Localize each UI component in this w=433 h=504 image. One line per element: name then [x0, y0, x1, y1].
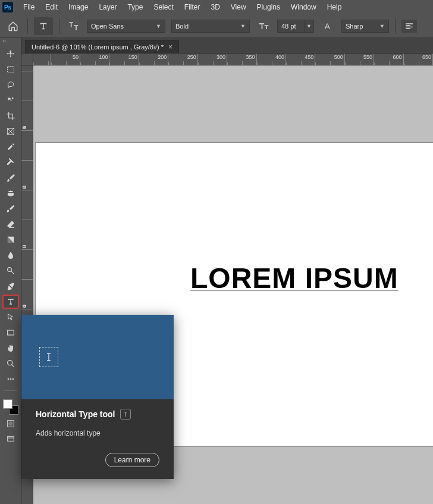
spot-healing-tool[interactable] — [3, 156, 18, 169]
menu-edit[interactable]: Edit — [40, 1, 63, 13]
pen-tool[interactable] — [3, 280, 18, 293]
type-tool[interactable] — [3, 295, 18, 308]
zoom-tool[interactable] — [3, 357, 18, 370]
menu-file[interactable]: File — [18, 1, 40, 13]
collapse-toolbar-icon[interactable]: ›› — [2, 38, 6, 44]
font-family-select[interactable]: Open Sans ▼ — [87, 20, 165, 33]
menu-plugins[interactable]: Plugins — [252, 1, 285, 13]
divider — [59, 18, 59, 34]
chevron-down-icon: ▼ — [240, 23, 246, 29]
tool-tooltip: Horizontal Type tool T Adds horizontal t… — [21, 315, 174, 479]
screen-mode-toggle[interactable] — [3, 433, 18, 446]
font-size-icon — [256, 18, 271, 34]
menu-view[interactable]: View — [225, 1, 252, 13]
svg-rect-3 — [7, 330, 14, 335]
font-style-select[interactable]: Bold ▼ — [171, 20, 250, 33]
tooltip-description: Adds horizontal type — [36, 429, 159, 437]
chevron-down-icon[interactable]: ▼ — [305, 20, 314, 33]
svg-point-2 — [7, 268, 11, 272]
quick-selection-tool[interactable] — [3, 94, 18, 107]
svg-point-4 — [7, 361, 12, 365]
menu-window[interactable]: Window — [285, 1, 322, 13]
text-align-left-button[interactable] — [401, 20, 417, 33]
menu-3d[interactable]: 3D — [205, 1, 225, 13]
learn-more-button[interactable]: Learn more — [105, 453, 159, 467]
crop-tool[interactable] — [3, 109, 18, 123]
svg-rect-10 — [7, 436, 14, 441]
chevron-down-icon: ▼ — [156, 23, 161, 29]
move-tool[interactable] — [3, 48, 18, 61]
close-tab-icon[interactable]: × — [168, 43, 172, 51]
tools-panel — [0, 38, 21, 504]
menu-bar: Ps File Edit Image Layer Type Select Fil… — [0, 0, 433, 14]
document-tab[interactable]: Untitled-6 @ 101% (Lorem ipsum , Gray/8#… — [25, 40, 179, 53]
menu-help[interactable]: Help — [322, 1, 347, 13]
font-family-value: Open Sans — [91, 23, 124, 30]
font-size-select[interactable]: 48 pt ▼ — [277, 20, 314, 33]
antialias-value: Sharp — [346, 23, 363, 30]
clone-stamp-tool[interactable] — [3, 187, 18, 200]
home-button[interactable] — [5, 18, 21, 35]
rectangle-tool[interactable] — [3, 326, 18, 339]
antialias-select[interactable]: Sharp ▼ — [341, 20, 389, 33]
divider — [395, 18, 396, 34]
tooltip-shortcut-key: T — [120, 409, 131, 420]
options-bar: Open Sans ▼ Bold ▼ 48 pt ▼ Sharp ▼ — [0, 14, 433, 38]
foreground-color-swatch[interactable] — [3, 399, 12, 409]
brush-tool[interactable] — [3, 171, 18, 184]
document-tab-title: Untitled-6 @ 101% (Lorem ipsum , Gray/8#… — [32, 43, 164, 51]
svg-point-5 — [7, 378, 9, 380]
font-style-value: Bold — [175, 23, 189, 30]
antialias-icon — [320, 18, 335, 34]
menu-image[interactable]: Image — [63, 1, 93, 13]
eyedropper-tool[interactable] — [3, 140, 18, 154]
app-logo[interactable]: Ps — [2, 2, 13, 12]
hand-tool[interactable] — [3, 342, 18, 355]
blur-tool[interactable] — [3, 249, 18, 262]
menu-select[interactable]: Select — [148, 1, 178, 13]
svg-point-9 — [8, 422, 12, 426]
color-swatches[interactable] — [3, 399, 18, 415]
edit-toolbar[interactable] — [3, 372, 18, 386]
eraser-tool[interactable] — [3, 218, 18, 231]
history-brush-tool[interactable] — [3, 202, 18, 215]
text-layer[interactable]: LOREM IPSUM — [190, 262, 399, 295]
type-cursor-icon — [39, 347, 58, 367]
svg-point-7 — [12, 378, 14, 380]
document-tab-bar: Untitled-6 @ 101% (Lorem ipsum , Gray/8#… — [21, 38, 433, 54]
text-orientation-toggle[interactable] — [65, 18, 81, 34]
horizontal-ruler[interactable]: 50100150200250300350400450500550600650 — [33, 54, 433, 65]
menu-type[interactable]: Type — [122, 1, 148, 13]
lasso-tool[interactable] — [3, 79, 18, 92]
dodge-tool[interactable] — [3, 264, 18, 277]
font-size-value[interactable]: 48 pt — [277, 20, 305, 33]
tooltip-title: Horizontal Type tool — [36, 409, 115, 419]
menu-layer[interactable]: Layer — [93, 1, 122, 13]
gradient-tool[interactable] — [3, 233, 18, 246]
ruler-origin[interactable] — [21, 54, 33, 65]
tooltip-preview — [21, 315, 174, 399]
marquee-tool[interactable] — [3, 63, 18, 76]
menu-filter[interactable]: Filter — [179, 1, 206, 13]
divider — [27, 18, 28, 34]
chevron-down-icon: ▼ — [379, 23, 385, 29]
active-tool-indicator[interactable] — [34, 17, 53, 35]
frame-tool[interactable] — [3, 125, 18, 138]
separator — [4, 390, 17, 391]
svg-rect-0 — [7, 67, 14, 73]
path-selection-tool[interactable] — [3, 311, 18, 324]
quick-mask-toggle[interactable] — [3, 417, 18, 430]
svg-point-6 — [10, 378, 11, 380]
